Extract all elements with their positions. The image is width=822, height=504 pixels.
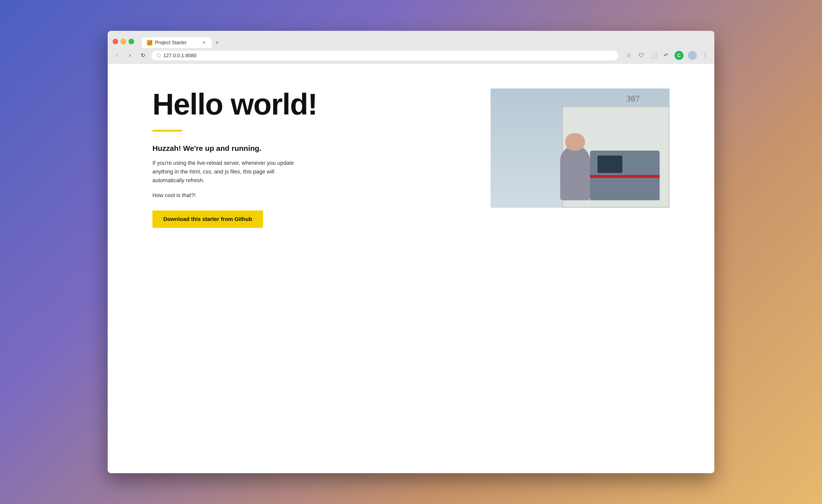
page-content: Hello world! Huzzah! We're up and runnin… [108,64,714,473]
minimize-button[interactable] [120,39,126,44]
new-tab-button[interactable]: + [212,38,222,47]
body-paragraph-2: How cool is that?! [152,191,307,199]
content-layout: Hello world! Huzzah! We're up and runnin… [152,88,670,228]
yellow-divider [152,130,182,132]
close-button[interactable] [113,39,118,44]
gif-scene: 307 [490,88,670,208]
content-left: Hello world! Huzzah! We're up and runnin… [152,88,471,228]
address-security-icon: ⓘ [156,52,161,58]
bookmark-icon[interactable]: ☆ [625,51,633,59]
gif-image: 307 [490,88,670,208]
title-bar: 🚀 Project Starter ✕ + [108,31,714,48]
body-paragraph-1: If you're using the live-reload server, … [152,158,307,185]
tab-close-button[interactable]: ✕ [201,40,207,45]
gif-figure [560,146,590,200]
tab-title: Project Starter [155,40,187,45]
gif-truck-window [597,155,623,173]
menu-icon[interactable]: ⋮ [702,51,709,59]
maximize-button[interactable] [128,39,134,44]
address-bar-row: ‹ › ↻ ⓘ 127.0.0.1:8080 ☆ 🛡 [108,48,714,63]
extensions-icon[interactable]: ⬜ [650,51,658,59]
tab-favicon: 🚀 [147,40,152,45]
user-avatar[interactable] [688,51,697,60]
refresh-button[interactable]: ↻ [138,51,147,60]
toolbar-icons: ☆ 🛡 ⬜ ↶ C ⋮ [625,51,709,60]
browser-chrome: 🚀 Project Starter ✕ + ‹ › ↻ [108,31,714,64]
cta-button[interactable]: Download this starter from Github [152,210,263,228]
back-button[interactable]: ‹ [113,51,121,60]
gif-number: 307 [626,93,640,104]
traffic-lights [113,39,134,44]
address-url: 127.0.0.1:8080 [163,53,196,58]
account-icon[interactable]: C [675,51,684,60]
content-right: 307 [490,88,670,208]
gif-red-stripe [585,175,660,178]
gif-figure-head [565,133,585,151]
subheading: Huzzah! We're up and running. [152,144,471,152]
browser-window: 🚀 Project Starter ✕ + ‹ › ↻ [108,31,714,473]
hero-title: Hello world! [152,88,471,120]
shield-icon[interactable]: 🛡 [637,51,645,59]
forward-button[interactable]: › [125,51,134,60]
address-bar[interactable]: ⓘ 127.0.0.1:8080 [151,50,619,60]
history-icon[interactable]: ↶ [662,51,670,59]
tabs-row: 🚀 Project Starter ✕ + [142,37,222,48]
active-tab[interactable]: 🚀 Project Starter ✕ [142,37,212,48]
